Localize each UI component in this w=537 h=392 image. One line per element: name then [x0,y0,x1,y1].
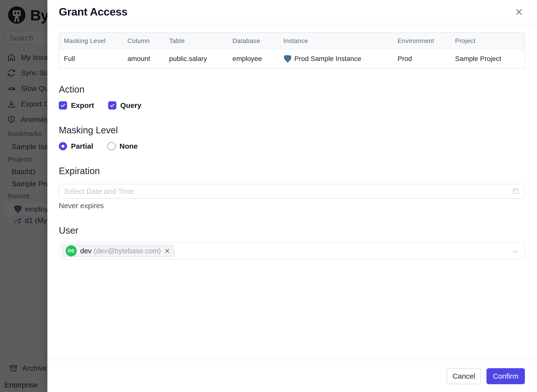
export-checkbox-option[interactable]: Export [59,101,94,110]
grant-access-modal: Grant Access Masking Level Column Table … [47,0,537,392]
sidebar: Bytebase My Issues Sync Schema Slow Quer [0,0,47,392]
close-icon [515,8,523,16]
expiration-heading: Expiration [59,165,525,177]
checkbox-checked-icon[interactable] [59,101,67,110]
cell-instance: Prod Sample Instance [279,49,393,68]
close-icon [164,248,170,254]
user-name: dev [80,247,92,255]
column-header: Instance [279,33,393,49]
none-radio-option[interactable]: None [107,142,138,150]
query-label: Query [120,101,141,110]
checkbox-checked-icon[interactable] [108,101,116,110]
chevron-down-icon[interactable] [512,248,519,255]
expiration-field-wrap [59,184,525,199]
column-header: Project [450,33,524,49]
column-header: Column [123,33,165,49]
partial-radio-option[interactable]: Partial [59,142,93,150]
cell-environment: Prod [393,49,450,68]
modal-header: Grant Access [47,0,537,24]
column-header: Environment [393,33,450,49]
grant-table: Masking Level Column Table Database Inst… [59,32,525,69]
confirm-button[interactable]: Confirm [486,368,525,384]
radio-selected-icon[interactable] [59,142,67,150]
radio-unselected-icon[interactable] [107,142,116,150]
user-select[interactable]: DE dev (dev@bytebase.com) [59,242,525,259]
expiration-date-input[interactable] [59,184,525,199]
column-header: Database [228,33,279,49]
user-email: (dev@bytebase.com) [94,247,161,255]
close-button[interactable] [514,7,524,17]
cell-column: amount [123,49,165,68]
table-header-row: Masking Level Column Table Database Inst… [59,33,524,49]
action-options: Export Query [59,101,525,110]
action-heading: Action [59,84,525,95]
cell-table: public.salary [165,49,228,68]
cancel-button[interactable]: Cancel [447,368,481,384]
table-row: Full amount public.salary employee Prod … [59,49,524,68]
postgres-icon [283,54,292,63]
column-header: Masking Level [59,33,123,49]
cell-masking-level: Full [59,49,123,68]
export-label: Export [71,101,94,110]
user-heading: User [59,225,525,236]
masking-level-heading: Masking Level [59,125,525,136]
none-label: None [120,142,138,150]
never-expires-note: Never expires [59,202,525,210]
cell-project: Sample Project [450,49,524,68]
calendar-icon[interactable] [512,187,520,195]
modal-title: Grant Access [59,6,127,18]
cell-database: employee [228,49,279,68]
avatar: DE [66,245,77,256]
instance-name: Prod Sample Instance [294,55,361,63]
column-header: Table [165,33,228,49]
user-tag: DE dev (dev@bytebase.com) [62,245,174,257]
query-checkbox-option[interactable]: Query [108,101,141,110]
modal-backdrop[interactable] [0,0,47,392]
modal-footer: Cancel Confirm [47,360,537,392]
partial-label: Partial [71,142,93,150]
masking-options: Partial None [59,142,525,150]
modal-body: Masking Level Column Table Database Inst… [47,24,537,360]
remove-user-button[interactable] [164,248,171,254]
